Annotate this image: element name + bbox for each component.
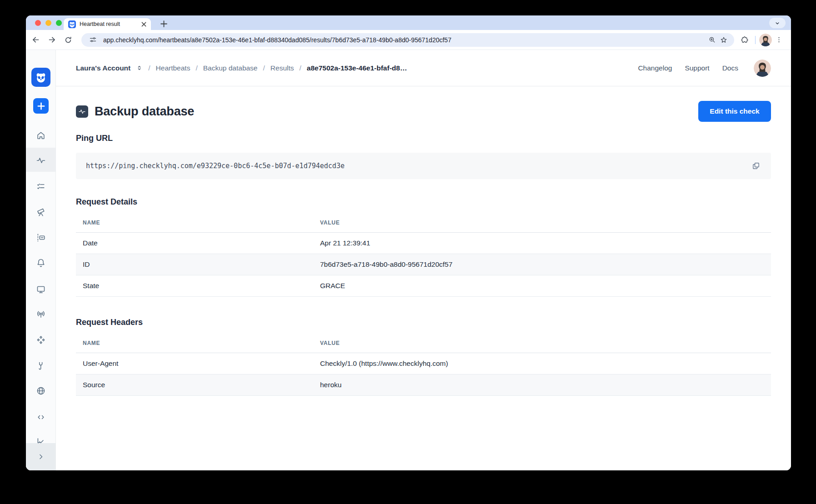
column-header-name: NAME <box>76 212 313 233</box>
toolbar-right <box>738 33 786 47</box>
breadcrumb-separator: / <box>148 64 150 72</box>
nav-link-support[interactable]: Support <box>685 64 709 72</box>
extensions-icon[interactable] <box>738 33 751 47</box>
checkly-app: Laura's Account / Heartbeats / Backup da… <box>26 50 791 470</box>
ping-url-heading: Ping URL <box>76 134 771 143</box>
row-value: Checkly/1.0 (https://www.checklyhq.com) <box>313 353 771 374</box>
sidebar-item-private-locations[interactable] <box>26 380 55 402</box>
sidebar-item-broadcasts[interactable] <box>26 304 55 325</box>
tab-search-icon[interactable] <box>769 18 786 28</box>
macos-close-button[interactable] <box>35 20 41 26</box>
row-name: ID <box>76 254 313 275</box>
app-content: Laura's Account / Heartbeats / Backup da… <box>56 50 791 470</box>
ping-url-value: https://ping.checklyhq.com/e93229ce-0bc6… <box>86 162 750 170</box>
reload-icon[interactable] <box>61 33 75 47</box>
nav-link-docs[interactable]: Docs <box>722 64 738 72</box>
zoom-in-icon[interactable] <box>706 34 718 46</box>
breadcrumb-link-heartbeats[interactable]: Heartbeats <box>156 64 190 72</box>
new-tab-icon[interactable] <box>158 18 170 30</box>
row-name: User-Agent <box>76 353 313 374</box>
column-header-value: VALUE <box>313 333 771 353</box>
browser-profile-avatar[interactable] <box>759 34 772 46</box>
sidebar-item-code[interactable] <box>26 406 55 428</box>
sidebar-item-heartbeats[interactable] <box>26 150 55 171</box>
url-text: app.checklyhq.com/heartbeats/a8e7502a-15… <box>103 36 706 44</box>
column-header-value: VALUE <box>313 212 771 233</box>
table-row: ID 7b6d73e5-a718-49b0-a8d0-95671d20cf57 <box>76 254 771 275</box>
heartbeat-check-icon <box>76 105 88 118</box>
title-row: Backup database Edit this check <box>76 101 771 122</box>
sidebar-expand-button[interactable] <box>26 443 55 470</box>
tab-title: Heartbeat result <box>80 21 140 27</box>
sidebar-item-explore[interactable] <box>26 201 55 223</box>
app-sidebar <box>26 50 56 470</box>
breadcrumb-separator: / <box>263 64 265 72</box>
request-details-heading: Request Details <box>76 197 771 207</box>
breadcrumb-account[interactable]: Laura's Account <box>76 64 130 72</box>
bookmark-star-icon[interactable] <box>718 34 730 46</box>
browser-toolbar: app.checklyhq.com/heartbeats/a8e7502a-15… <box>26 30 791 50</box>
row-value: Apr 21 12:39:41 <box>313 233 771 254</box>
breadcrumb-separator: / <box>195 64 197 72</box>
browser-menu-icon[interactable] <box>772 33 786 47</box>
macos-zoom-button[interactable] <box>56 20 62 26</box>
table-row: State GRACE <box>76 275 771 297</box>
edit-check-button[interactable]: Edit this check <box>698 101 771 122</box>
row-name: State <box>76 275 313 297</box>
page-title: Backup database <box>95 105 194 119</box>
row-name: Date <box>76 233 313 254</box>
create-new-button[interactable] <box>33 98 49 114</box>
close-tab-icon[interactable] <box>140 20 147 28</box>
top-nav: Changelog Support Docs <box>638 60 771 77</box>
breadcrumb-current-result: a8e7502a-153e-46e1-bfaf-d8… <box>307 64 407 72</box>
address-bar[interactable]: app.checklyhq.com/heartbeats/a8e7502a-15… <box>81 33 734 47</box>
maintenance-windows-icon <box>36 233 46 243</box>
sidebar-item-checks[interactable] <box>26 175 55 197</box>
code-brackets-icon <box>36 412 46 422</box>
antenna-icon <box>36 309 46 319</box>
sidebar-item-maintenance-windows[interactable] <box>26 227 55 249</box>
toolbar-separator <box>755 36 756 44</box>
site-info-icon[interactable] <box>87 34 99 46</box>
forward-icon[interactable] <box>45 33 59 47</box>
row-value: GRACE <box>313 275 771 297</box>
ping-url-box: https://ping.checklyhq.com/e93229ce-0bc6… <box>76 153 771 179</box>
back-icon[interactable] <box>29 33 42 47</box>
table-row: User-Agent Checkly/1.0 (https://www.chec… <box>76 353 771 374</box>
request-details-table: NAME VALUE Date Apr 21 12:39:41 ID <box>76 212 771 297</box>
request-headers-heading: Request Headers <box>76 318 771 327</box>
nav-link-changelog[interactable]: Changelog <box>638 64 672 72</box>
account-switcher-icon[interactable] <box>136 65 143 71</box>
browser-tab[interactable]: Heartbeat result <box>64 18 151 30</box>
copy-button[interactable] <box>750 160 762 172</box>
sidebar-item-settings[interactable] <box>26 355 55 377</box>
app-header: Laura's Account / Heartbeats / Backup da… <box>56 50 791 86</box>
main-panel: Backup database Edit this check Ping URL… <box>56 86 791 396</box>
tab-strip: Heartbeat result <box>26 15 791 30</box>
copy-icon <box>751 161 761 170</box>
sidebar-item-integrations[interactable] <box>26 329 55 351</box>
breadcrumb-link-check[interactable]: Backup database <box>203 64 258 72</box>
monitor-icon <box>36 284 46 294</box>
wrench-icon <box>36 361 46 371</box>
chevron-right-icon <box>36 452 45 461</box>
sidebar-item-home[interactable] <box>26 125 55 146</box>
telescope-icon <box>36 207 46 217</box>
globe-icon <box>36 386 46 396</box>
screenshot-stage: Heartbeat result <box>0 0 816 504</box>
user-avatar[interactable] <box>754 60 771 77</box>
bell-icon <box>36 258 46 268</box>
column-header-name: NAME <box>76 333 313 353</box>
sidebar-item-dashboards[interactable] <box>26 279 55 300</box>
macos-minimize-button[interactable] <box>45 20 51 26</box>
request-headers-table: NAME VALUE User-Agent Checkly/1.0 (https… <box>76 333 771 396</box>
checkly-favicon-icon <box>68 20 76 28</box>
breadcrumb-link-results[interactable]: Results <box>270 64 294 72</box>
diamonds-icon <box>36 335 46 345</box>
row-value: heroku <box>313 374 771 396</box>
checkly-logo-icon[interactable] <box>31 68 50 87</box>
sidebar-item-alerts[interactable] <box>26 252 55 274</box>
row-name: Source <box>76 374 313 396</box>
table-row: Date Apr 21 12:39:41 <box>76 233 771 254</box>
home-icon <box>36 130 46 140</box>
